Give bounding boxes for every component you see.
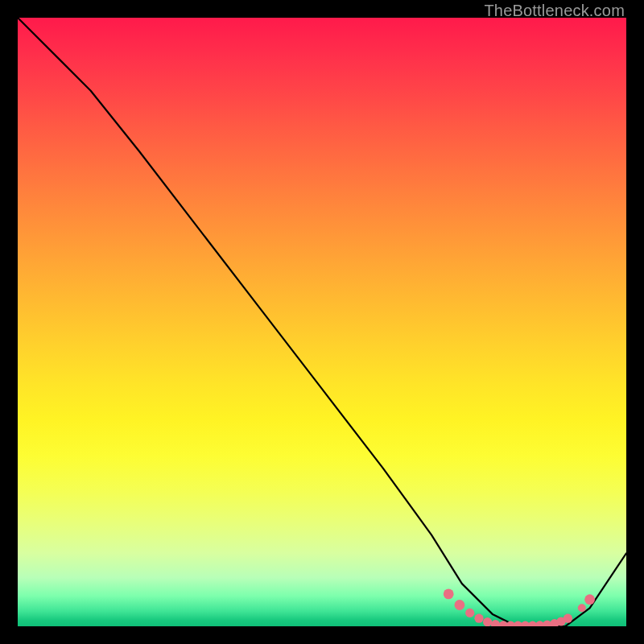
valley-dot [483,617,492,626]
bottleneck-curve-line [18,18,626,626]
valley-dot [584,594,595,605]
valley-dot [455,600,465,610]
valley-dot [578,604,586,612]
valley-dot [474,614,483,623]
chart-frame: TheBottleneck.com [0,0,644,644]
valley-dot [465,609,474,617]
valley-dot [444,589,454,600]
plot-area [18,18,626,626]
valley-dot [564,614,572,623]
curve-layer [18,18,626,626]
valley-dot [491,620,500,626]
